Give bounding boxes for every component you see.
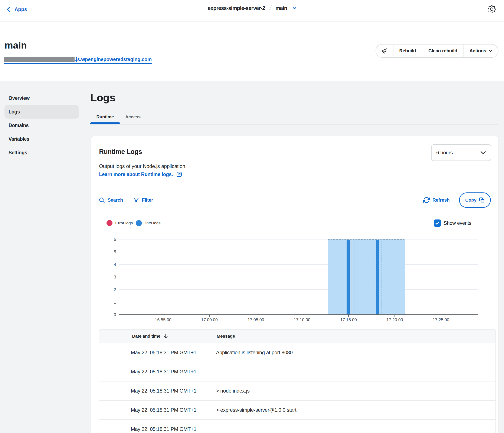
svg-text:16:55:00: 16:55:00 (155, 318, 171, 322)
svg-text:17:10:00: 17:10:00 (294, 318, 310, 322)
svg-text:6: 6 (114, 237, 116, 242)
svg-text:3: 3 (114, 275, 116, 279)
svg-text:17:20:00: 17:20:00 (387, 318, 403, 322)
svg-text:17:05:00: 17:05:00 (248, 318, 264, 322)
svg-text:17:00:00: 17:00:00 (201, 318, 218, 322)
svg-text:2: 2 (114, 287, 116, 292)
svg-text:4: 4 (114, 262, 116, 267)
svg-text:5: 5 (114, 249, 116, 254)
svg-text:17:25:00: 17:25:00 (433, 318, 449, 322)
svg-text:1: 1 (114, 300, 116, 304)
svg-text:17:15:00: 17:15:00 (340, 318, 357, 322)
svg-text:0: 0 (114, 312, 116, 317)
